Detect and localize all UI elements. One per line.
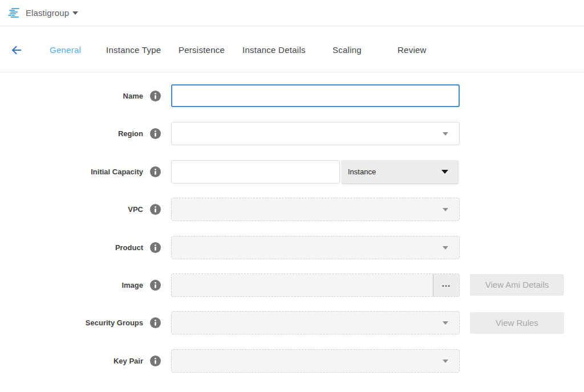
form-row-name: Name — [0, 84, 584, 108]
general-settings-form: Name Region Initial Capacity Instance VP… — [0, 72, 584, 373]
elastigroup-logo-icon — [8, 8, 19, 18]
info-icon[interactable] — [150, 128, 161, 139]
tab-scaling[interactable]: Scaling — [332, 27, 362, 73]
tab-instance-type[interactable]: Instance Type — [106, 27, 161, 73]
chevron-down-icon — [443, 321, 448, 325]
security-groups-select — [171, 311, 460, 334]
form-row-vpc: VPC — [0, 198, 584, 221]
tab-review[interactable]: Review — [398, 27, 427, 73]
name-label: Name — [0, 84, 143, 108]
info-icon[interactable] — [150, 91, 161, 101]
browse-image-button[interactable]: ... — [433, 274, 459, 296]
tab-instance-details[interactable]: Instance Details — [242, 27, 306, 73]
wizard-tabs-bar: General Instance Type Persistence Instan… — [0, 26, 584, 72]
product-select — [171, 236, 460, 259]
info-icon[interactable] — [150, 166, 161, 177]
security-groups-label: Security Groups — [0, 311, 143, 334]
chevron-down-icon — [441, 170, 448, 174]
vpc-label: VPC — [0, 198, 143, 221]
initial-capacity-input[interactable] — [171, 160, 340, 183]
info-icon[interactable] — [150, 242, 161, 253]
info-icon[interactable] — [150, 280, 161, 291]
view-rules-button[interactable]: View Rules — [470, 312, 564, 334]
view-ami-details-button[interactable]: View Ami Details — [470, 274, 564, 296]
chevron-down-icon — [443, 208, 448, 211]
image-label: Image — [0, 273, 143, 297]
info-icon[interactable] — [150, 317, 161, 328]
form-row-security-groups: Security Groups View Rules — [0, 311, 584, 334]
tab-persistence[interactable]: Persistence — [179, 27, 225, 73]
info-icon[interactable] — [150, 204, 161, 215]
vpc-select — [171, 198, 460, 221]
form-row-product: Product — [0, 236, 584, 259]
capacity-unit-value: Instance — [348, 160, 376, 183]
region-select[interactable] — [171, 122, 460, 145]
initial-capacity-label: Initial Capacity — [0, 160, 143, 183]
chevron-down-icon — [443, 132, 448, 136]
product-label: Product — [0, 236, 143, 259]
app-title[interactable]: Elastigroup — [26, 0, 69, 26]
key-pair-label: Key Pair — [0, 349, 143, 373]
back-arrow-icon[interactable] — [11, 45, 22, 55]
initial-capacity-field: Instance — [171, 160, 460, 183]
form-row-image: Image ... View Ami Details — [0, 273, 584, 297]
capacity-unit-select[interactable]: Instance — [342, 160, 459, 183]
form-row-initial-capacity: Initial Capacity Instance — [0, 160, 584, 183]
info-icon[interactable] — [150, 356, 161, 366]
image-field: ... — [171, 273, 460, 297]
top-header-bar: Elastigroup — [0, 0, 584, 26]
name-input[interactable] — [171, 84, 460, 107]
chevron-down-icon — [443, 360, 448, 363]
form-row-region: Region — [0, 122, 584, 145]
chevron-down-icon — [443, 246, 448, 250]
chevron-down-icon[interactable] — [72, 11, 78, 15]
form-row-key-pair: Key Pair — [0, 349, 584, 373]
region-label: Region — [0, 122, 143, 145]
tab-general[interactable]: General — [50, 27, 81, 73]
key-pair-select — [171, 349, 460, 373]
